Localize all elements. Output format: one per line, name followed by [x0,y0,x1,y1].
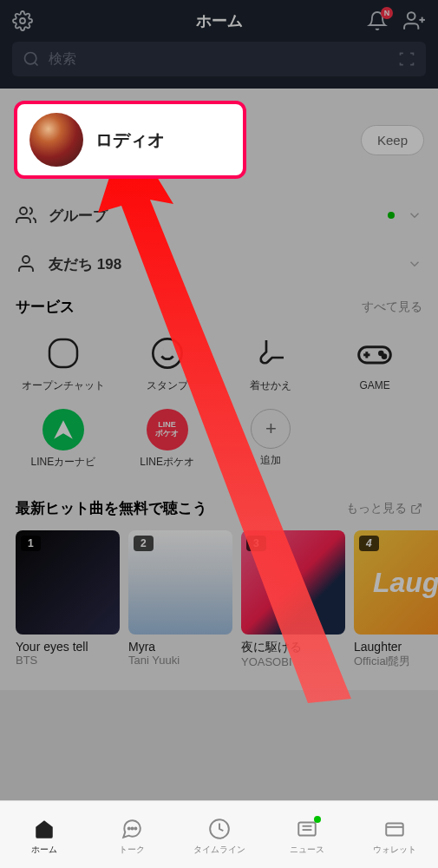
settings-icon[interactable] [12,10,33,31]
profile-name: ロディオ [95,128,165,152]
plus-icon: + [251,409,291,449]
tab-home[interactable]: ホーム [0,818,88,856]
service-carnavi[interactable]: LINEカーナビ [16,409,111,470]
music-card[interactable]: 3 夜に駆ける YOASOBI [241,530,345,669]
groups-label: グループ [49,206,384,226]
profile-card[interactable]: ロディオ [14,101,246,179]
wallet-icon [383,818,406,840]
album-cover: 1 [16,530,120,635]
svg-point-20 [131,827,133,829]
album-cover: 2 [128,530,232,635]
chat-icon [121,818,143,840]
tab-wallet[interactable]: ウォレット [350,818,438,856]
svg-rect-23 [298,822,316,835]
chevron-down-icon [407,207,422,223]
svg-point-9 [153,339,181,367]
tab-timeline[interactable]: タイムライン [175,818,263,856]
music-more[interactable]: もっと見る [346,501,422,516]
svg-point-4 [25,53,36,64]
keep-button[interactable]: Keep [361,125,424,155]
service-add[interactable]: + 追加 [224,409,319,470]
services-see-all[interactable]: すべて見る [362,299,422,315]
service-pokeo[interactable]: LINEポケオ LINEポケオ [120,409,215,470]
brush-icon [250,332,291,374]
service-stamp[interactable]: スタンプ [120,332,215,393]
svg-point-21 [134,827,136,829]
tab-badge-dot [314,816,321,823]
service-game[interactable]: GAME [327,332,422,393]
chevron-down-icon [407,256,422,272]
search-input[interactable]: 検索 [12,42,426,76]
svg-point-19 [127,827,129,829]
svg-point-15 [380,352,383,355]
home-icon [33,818,56,840]
search-placeholder: 検索 [49,50,389,69]
service-theme[interactable]: 着せかえ [224,332,319,393]
status-dot [388,212,395,219]
album-cover: 3 [241,530,345,635]
music-card[interactable]: 1 Your eyes tell BTS [16,530,120,669]
music-card[interactable]: 2 Myra Tani Yuuki [128,530,232,669]
tab-talk[interactable]: トーク [88,818,175,856]
tab-news[interactable]: ニュース [263,818,350,856]
svg-rect-8 [49,339,77,367]
search-icon [23,50,40,68]
openchat-icon [42,332,84,374]
svg-rect-26 [386,823,403,835]
pokeo-icon: LINEポケオ [147,409,188,450]
svg-point-7 [23,256,29,263]
notification-badge: N [381,7,393,19]
friend-icon [16,253,36,274]
svg-point-6 [20,207,27,214]
avatar [29,113,83,167]
carnavi-icon [42,409,84,450]
svg-line-5 [35,62,38,66]
svg-point-16 [382,355,386,358]
qr-scan-icon[interactable] [398,50,415,68]
friends-label: 友だち 198 [49,254,395,274]
friends-row[interactable]: 友だち 198 [0,240,438,288]
notification-icon[interactable]: N [367,10,388,31]
header: ホーム N [0,0,438,42]
smile-icon [147,332,188,374]
groups-row[interactable]: グループ [0,191,438,240]
group-icon [16,205,36,226]
services-title: サービス [16,297,75,317]
tab-bar: ホーム トーク タイムライン ニュース ウォレット [0,800,438,868]
external-link-icon [410,503,422,515]
svg-line-17 [415,503,421,509]
music-card[interactable]: 4Laugh Laughter Official髭男 [354,530,438,669]
music-title: 最新ヒット曲を無料で聴こう [16,498,207,518]
add-friend-icon[interactable] [403,10,426,32]
page-title: ホーム [196,10,243,31]
game-icon [354,332,396,374]
album-cover: 4Laugh [354,530,438,635]
search-bar: 検索 [0,42,438,89]
service-openchat[interactable]: オープンチャット [16,332,111,393]
svg-point-1 [408,12,415,20]
clock-icon [208,818,231,840]
svg-point-0 [20,18,25,23]
